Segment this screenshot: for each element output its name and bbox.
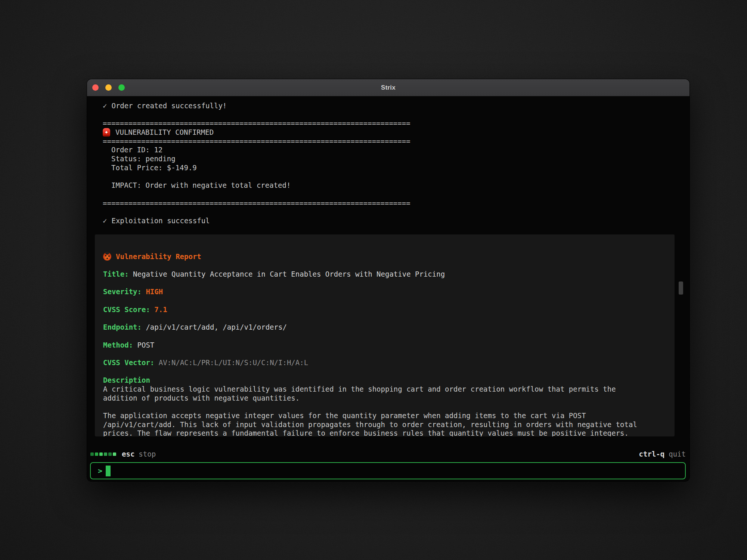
log-text: Order created successfully! <box>111 102 227 110</box>
quit-action-label: quit <box>669 450 686 458</box>
report-field: Endpoint: /api/v1/cart/add, /api/v1/orde… <box>103 323 675 332</box>
command-input[interactable]: > <box>90 462 686 479</box>
spinner <box>90 452 116 456</box>
report-header: Vulnerability Report <box>103 252 675 261</box>
close-button[interactable] <box>92 84 99 91</box>
log-line: IMPACT: Order with negative total create… <box>103 181 689 190</box>
terminal-output: ✓Order created successfully!============… <box>87 96 689 449</box>
description-heading: Description <box>103 376 675 385</box>
report-field: CVSS Score: 7.1 <box>103 305 675 314</box>
description-paragraph: A critical business logic vulnerability … <box>103 385 675 402</box>
description-line: prices. The flaw represents a fundamenta… <box>103 429 675 436</box>
alert-text: VULNERABILITY CONFIRMED <box>115 128 214 137</box>
description-line: The application accepts negative integer… <box>103 411 675 420</box>
footer: esc stop ctrl-q quit > <box>87 449 689 481</box>
esc-action-label: stop <box>139 450 156 458</box>
description-line: /api/v1/cart/add. This lack of input val… <box>103 420 675 429</box>
window-title: Strix <box>381 84 396 91</box>
desktop-background: Strix ✓Order created successfully!======… <box>0 0 747 560</box>
strix-terminal-window: Strix ✓Order created successfully!======… <box>87 79 689 481</box>
field-value: POST <box>133 341 154 349</box>
spinner-block <box>108 452 112 456</box>
log-line: Total Price: $-149.9 <box>103 164 689 172</box>
vulnerability-report-panel: Vulnerability Report Title: Negative Qua… <box>95 234 675 436</box>
field-label: Method: <box>103 341 133 349</box>
blank-line <box>103 190 689 199</box>
spinner-block <box>99 452 103 456</box>
spinner-block <box>113 452 116 456</box>
minimize-button[interactable] <box>105 84 112 91</box>
report-description: A critical business logic vulnerability … <box>103 385 675 436</box>
description-paragraph: The application accepts negative integer… <box>103 411 675 436</box>
blank-line <box>103 111 689 119</box>
field-value: AV:N/AC:L/PR:L/UI:N/S:U/C:N/I:H/A:L <box>154 358 308 367</box>
field-value: /api/v1/cart/add, /api/v1/orders/ <box>142 323 287 331</box>
field-label: CVSS Vector: <box>103 358 154 367</box>
log: ✓Order created successfully!============… <box>87 102 689 225</box>
alert-line: VULNERABILITY CONFIRMED <box>103 128 689 137</box>
input-prompt: > <box>98 466 102 475</box>
report-field: CVSS Vector: AV:N/AC:L/PR:L/UI:N/S:U/C:N… <box>103 358 675 367</box>
check-icon: ✓ <box>103 102 107 110</box>
field-label: Title: <box>103 270 129 278</box>
log-line: Order ID: 12 <box>103 146 689 155</box>
description-line: addition of products with negative quant… <box>103 394 675 403</box>
field-value: 7.1 <box>150 305 167 314</box>
spinner-block <box>95 452 98 456</box>
blank-line <box>103 172 689 181</box>
report-field: Method: POST <box>103 341 675 350</box>
description-line: A critical business logic vulnerability … <box>103 385 675 394</box>
scrollbar-thumb[interactable] <box>679 281 683 295</box>
traffic-light-buttons <box>92 79 125 96</box>
blank-line <box>103 208 689 217</box>
field-value: HIGH <box>142 287 163 296</box>
log-line: ✓Order created successfully! <box>103 102 689 111</box>
status-bar: esc stop ctrl-q quit <box>90 449 686 459</box>
report-fields: Title: Negative Quantity Acceptance in C… <box>103 270 675 367</box>
log-line: ✓Exploitation successful <box>103 217 689 225</box>
spinner-block <box>104 452 107 456</box>
quit-key-hint: ctrl-q <box>639 450 665 458</box>
report-header-text: Vulnerability Report <box>116 252 201 261</box>
text-cursor <box>106 466 111 476</box>
field-label: CVSS Score: <box>103 305 150 314</box>
separator-line: ========================================… <box>103 199 413 208</box>
field-label: Severity: <box>103 287 142 296</box>
field-label: Endpoint: <box>103 323 142 331</box>
report-field: Title: Negative Quantity Acceptance in C… <box>103 270 675 279</box>
report-field: Severity: HIGH <box>103 287 675 296</box>
field-value: Negative Quantity Acceptance in Cart Ena… <box>129 270 445 278</box>
separator-line: ========================================… <box>103 137 413 146</box>
zoom-button[interactable] <box>118 84 125 91</box>
window-titlebar: Strix <box>87 79 689 96</box>
separator-line: ========================================… <box>103 119 413 128</box>
log-line: Status: pending <box>103 155 689 164</box>
spinner-block <box>90 452 94 456</box>
siren-icon <box>103 128 110 137</box>
log-text: Exploitation successful <box>111 217 210 225</box>
check-icon: ✓ <box>103 217 107 225</box>
esc-key-hint: esc <box>122 450 134 458</box>
ladybug-icon <box>103 252 111 261</box>
